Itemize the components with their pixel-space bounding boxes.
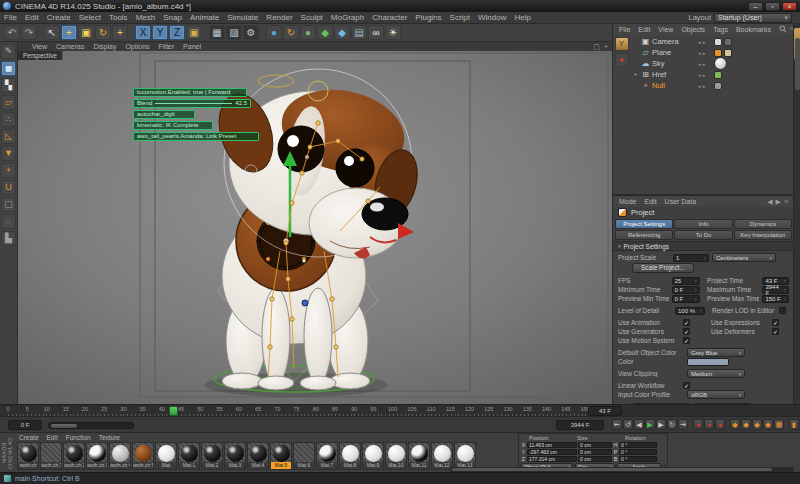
menu-mograph[interactable]: MoGraph	[327, 13, 368, 22]
object-row-camera[interactable]: ▣Camera●●	[630, 36, 794, 47]
visibility-dots[interactable]: ●●	[698, 83, 712, 89]
layer-browser-icon[interactable]: Y	[615, 37, 629, 51]
visibility-dots[interactable]: ●●	[698, 50, 712, 56]
select-tool-icon[interactable]: ↖	[44, 25, 60, 40]
position-field[interactable]: 11.493 cm	[527, 442, 577, 448]
object-row-sky[interactable]: ☁Sky●●	[630, 58, 794, 69]
add-scene-icon[interactable]: ▤	[351, 25, 367, 40]
goto-prev-key-button[interactable]: ↺	[623, 419, 633, 430]
key-rotation-button[interactable]: ◆	[752, 419, 762, 430]
hud-slider-track[interactable]	[155, 103, 232, 104]
menu-plugins[interactable]: Plugins	[411, 13, 445, 22]
value-field[interactable]: 0 F↕	[672, 295, 700, 303]
om-menu-edit[interactable]: Edit	[638, 26, 650, 33]
value-field[interactable]: 100 %↕	[675, 307, 705, 315]
model-mode-icon[interactable]: ◼	[1, 61, 16, 76]
scrollbar-thumb[interactable]	[795, 38, 800, 90]
hud-item[interactable]: kinematic: IK Complete	[133, 121, 213, 130]
viewport-corner-icon-0[interactable]: ▢	[593, 43, 600, 51]
add-deformer-icon[interactable]: ◆	[317, 25, 333, 40]
color-swatch[interactable]	[687, 358, 729, 366]
checkbox[interactable]	[779, 307, 786, 314]
checkbox[interactable]: ✓	[683, 319, 690, 326]
goto-next-key-button[interactable]: ↻	[667, 419, 677, 430]
menu-render[interactable]: Render	[262, 13, 296, 22]
next-frame-button[interactable]: ▶	[656, 419, 666, 430]
unit-dropdown[interactable]: Centimeters▾	[712, 253, 776, 262]
viewport-tab[interactable]: Perspective	[18, 51, 63, 60]
play-button[interactable]: ▶	[645, 419, 655, 430]
polygons-mode-icon[interactable]: ▼	[1, 146, 16, 161]
current-frame-marker[interactable]	[169, 406, 178, 416]
expander-icon[interactable]	[632, 49, 639, 56]
value-field[interactable]: 3944 F↕	[762, 286, 789, 294]
expression-tag[interactable]	[714, 71, 722, 79]
material-mat[interactable]: Mat	[155, 442, 177, 470]
viewport-menu-display[interactable]: Display	[93, 43, 116, 50]
visibility-dots[interactable]: ●●	[698, 39, 712, 45]
rotate-tool-icon[interactable]: ↻	[95, 25, 111, 40]
tab-project-settings[interactable]: Project Settings	[615, 219, 673, 229]
rotation-field[interactable]: 0 °	[619, 456, 657, 462]
dog-foot[interactable]	[300, 376, 336, 390]
scrollbar-thumb[interactable]	[452, 468, 772, 471]
rotation-field[interactable]: 0 °	[619, 449, 657, 455]
om-menu-objects[interactable]: Objects	[681, 26, 705, 33]
key-position-button[interactable]: ◆	[730, 419, 740, 430]
attribute-section-header[interactable]: ▾ Project Settings	[613, 241, 794, 251]
tab-referencing[interactable]: Referencing	[615, 230, 673, 240]
material-menu-texture[interactable]: Texture	[99, 434, 120, 441]
om-menu-tags[interactable]: Tags	[713, 26, 728, 33]
material-mat-9[interactable]: Mat.9	[362, 442, 384, 470]
last-tool-icon[interactable]: +	[112, 25, 128, 40]
viewport-menu-filter[interactable]: Filter	[159, 43, 175, 50]
points-mode-icon[interactable]: ∴	[1, 112, 16, 127]
scale-tool-icon[interactable]: ▣	[78, 25, 94, 40]
checkbox[interactable]: ✓	[683, 328, 690, 335]
om-menu-bookmarks[interactable]: Bookmarks	[736, 26, 771, 33]
menu-file[interactable]: File	[0, 13, 21, 22]
tab-info[interactable]: Info	[674, 219, 732, 229]
material-woth-ch[interactable]: woth.ch	[17, 442, 39, 470]
menu-animate[interactable]: Animate	[186, 13, 223, 22]
viewport-menu-options[interactable]: Options	[125, 43, 149, 50]
protection-tag[interactable]	[724, 38, 732, 46]
expander-icon[interactable]	[632, 38, 639, 45]
om-menu-file[interactable]: File	[619, 26, 630, 33]
record-objects-button[interactable]: ●	[715, 419, 725, 430]
material-mat-7[interactable]: Mat.7	[316, 442, 338, 470]
menu-help[interactable]: Help	[510, 13, 534, 22]
expander-icon[interactable]: +	[632, 71, 639, 78]
dog-foot[interactable]	[330, 373, 370, 389]
record-keyframe-button[interactable]: ●	[693, 419, 703, 430]
material-menu-function[interactable]: Function	[66, 434, 91, 441]
add-generator-icon[interactable]: ●	[300, 25, 316, 40]
material-mat-3[interactable]: Mat.3	[224, 442, 246, 470]
viewport-solo-icon[interactable]: ▢	[1, 197, 16, 212]
material-mat-10[interactable]: Mat.10	[385, 442, 407, 470]
visibility-dots[interactable]: ●●	[698, 61, 712, 67]
heightmap-icon[interactable]: ▙	[1, 231, 16, 246]
z-axis-gizmo-dot[interactable]	[302, 300, 308, 306]
snap-settings-icon[interactable]: U	[1, 180, 16, 195]
menu-simulate[interactable]: Simulate	[223, 13, 262, 22]
checkbox[interactable]: ✓	[683, 337, 690, 344]
add-light-icon[interactable]: ☀	[385, 25, 401, 40]
range-slider-handle[interactable]	[51, 424, 77, 428]
material-mat-6[interactable]: Mat.6	[293, 442, 315, 470]
texture-mode-icon[interactable]: ▚	[1, 78, 16, 93]
size-field[interactable]: 0 cm	[578, 449, 612, 455]
material-woth-ch-3[interactable]: woth.ch 3	[86, 442, 108, 470]
phong-tag[interactable]	[714, 49, 722, 57]
panel-scrollbar[interactable]	[793, 24, 800, 404]
object-row-href[interactable]: +⊞Href●●	[630, 69, 794, 80]
hud-item[interactable]: locomotion.Enabled: true | Forward	[133, 88, 247, 97]
viewport-canvas[interactable]: Perspective locomotion.Enabled: true | F…	[18, 51, 612, 404]
dog-foot[interactable]	[222, 373, 262, 389]
dog-front-leg-left[interactable]	[262, 288, 290, 384]
object-axis-mode-icon[interactable]: +	[1, 163, 16, 178]
material-woth-ch-1[interactable]: woth.ch 1	[40, 442, 62, 470]
menu-create[interactable]: Create	[43, 13, 75, 22]
menu-mesh[interactable]: Mesh	[132, 13, 160, 22]
layout-dropdown[interactable]: Startup (User) ▾	[714, 13, 792, 23]
